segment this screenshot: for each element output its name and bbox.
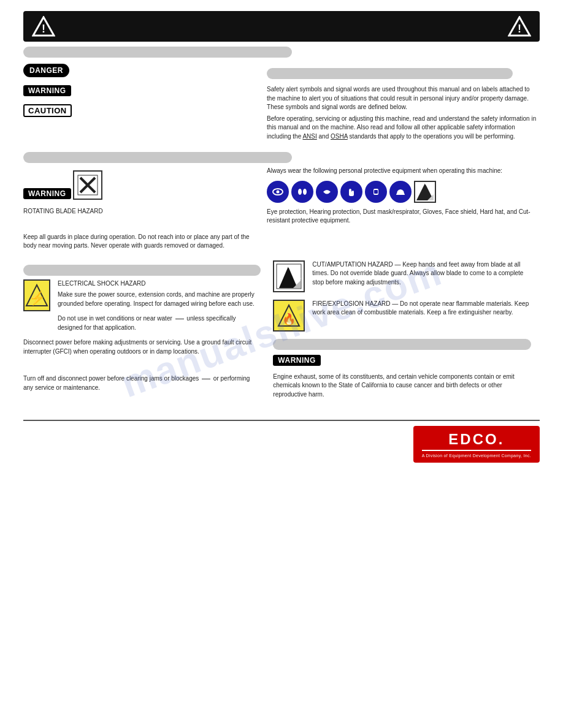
electrical-warning-text: ELECTRICAL SHOCK HAZARD — [58, 279, 261, 289]
svg-rect-18 — [374, 190, 378, 194]
blade-warning-text: ROTATING BLADE HAZARD — [23, 207, 256, 216]
svg-text:🔥: 🔥 — [282, 313, 296, 326]
fan-blade-icon — [77, 174, 99, 196]
ppe-icons-row — [267, 181, 540, 203]
fire-hazard-icon-box: 🔥 — [273, 300, 305, 332]
warning-triangle-right: ! — [508, 16, 531, 37]
ppe-detail-text: Eye protection, Hearing protection, Dust… — [267, 208, 540, 226]
svg-text:!: ! — [42, 23, 45, 35]
section-bar-4 — [23, 265, 261, 276]
electrical-hazard-icon-box: ⚡ — [23, 279, 50, 311]
dust-mask-icon — [316, 181, 338, 203]
cut-hazard-icon-small — [414, 181, 436, 203]
edco-logo-text: EDCO. — [448, 431, 504, 448]
ppe-intro-text: Always wear the following personal prote… — [267, 167, 540, 176]
cut-hazard-icon-box — [273, 260, 305, 292]
definitions-column: Safety alert symbols and signal words ar… — [267, 64, 540, 143]
electrical-body-text: Make sure the power source, extension co… — [58, 290, 261, 308]
fan-blade-icon-box — [73, 170, 102, 200]
fire-hazard-text: FIRE/EXPLOSION HAZARD — Do not operate n… — [312, 300, 531, 317]
hard-hat-icon — [389, 181, 412, 203]
warning-fan-column: WARNING ROTATING BLADE HAZARD — [23, 167, 256, 228]
blade-body-text: Keep all guards in place during operatio… — [23, 233, 261, 251]
cut-hazard-section: CUT/AMPUTATION HAZARD — Keep hands and f… — [273, 260, 531, 292]
warning-triangle-left: ! — [32, 16, 55, 37]
signal-words-column: DANGER WARNING CAUTION — [23, 64, 256, 143]
svg-rect-20 — [396, 194, 405, 195]
cut-hazard-text: CUT/AMPUTATION HAZARD — Keep hands and f… — [312, 260, 531, 287]
lower-section: ⚡ ELECTRICAL SHOCK HAZARD Make sure the … — [23, 260, 540, 402]
electrical-extra: Disconnect power before making adjustmen… — [23, 338, 261, 356]
cut-hazard-icon-large — [276, 264, 302, 289]
svg-point-12 — [298, 189, 302, 195]
edco-logo: EDCO. A Division of Equipment Developmen… — [413, 426, 540, 463]
svg-point-7 — [86, 183, 90, 187]
section-bar-2 — [267, 68, 512, 79]
warning-badge-1: WARNING — [23, 85, 71, 96]
definition-text-1: Safety alert symbols and signal words ar… — [267, 85, 540, 112]
hearing-protection-icon — [291, 181, 313, 203]
svg-text:⚡: ⚡ — [29, 290, 46, 306]
caution-block: CAUTION — [23, 104, 256, 120]
caution-badge: CAUTION — [23, 104, 72, 117]
svg-text:!: ! — [518, 23, 521, 35]
fire-hazard-section: 🔥 FIRE/EXPLOSION HAZARD — Do not operate… — [273, 300, 531, 332]
section-bar-5 — [273, 339, 531, 350]
danger-block: DANGER — [23, 64, 256, 80]
section-bar-1 — [23, 47, 292, 58]
danger-badge: DANGER — [23, 64, 69, 77]
face-shield-icon — [365, 181, 387, 203]
electrical-note: Do not use in wet conditions or near wat… — [58, 314, 261, 332]
page: manualshive.com ! ! DANGER WARNING CAUTI… — [0, 0, 563, 728]
gloves-icon — [340, 181, 362, 203]
svg-point-10 — [277, 190, 280, 193]
ppe-column: Always wear the following personal prote… — [267, 167, 540, 228]
edco-logo-subtitle: A Division of Equipment Development Comp… — [422, 453, 531, 458]
section-bar-3 — [23, 152, 292, 163]
definition-text-2: Before operating, servicing or adjusting… — [267, 115, 540, 142]
electrical-hazard-icon: ⚡ — [25, 283, 49, 308]
top-warning-banner: ! ! — [23, 11, 540, 42]
svg-point-13 — [303, 189, 307, 195]
right-warning-text: Engine exhaust, some of its constituents… — [273, 373, 531, 400]
eye-protection-icon — [267, 181, 289, 203]
fire-hazard-icon: 🔥 — [277, 303, 301, 328]
warning-badge-3: WARNING — [273, 355, 321, 366]
svg-point-11 — [296, 185, 309, 199]
electrical-footer: Turn off and disconnect power before cle… — [23, 374, 261, 392]
warning-block: WARNING — [23, 85, 256, 99]
warning-badge-2: WARNING — [23, 188, 71, 199]
bottom-bar: EDCO. A Division of Equipment Developmen… — [23, 420, 540, 463]
